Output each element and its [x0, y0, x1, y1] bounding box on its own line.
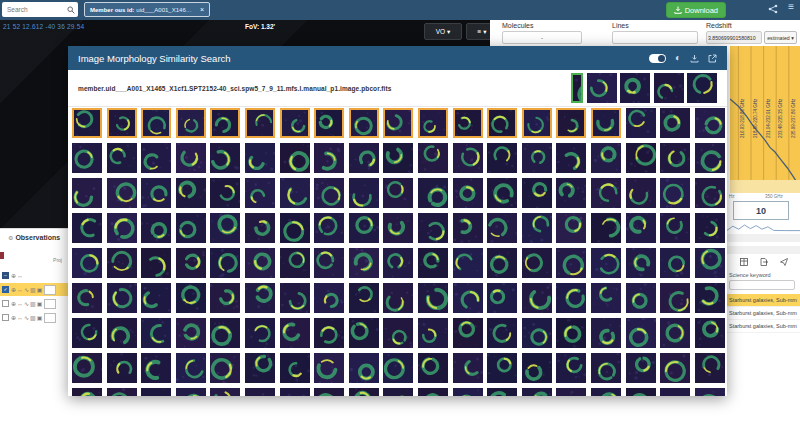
- similarity-thumbnail[interactable]: [280, 248, 310, 278]
- similarity-thumbnail[interactable]: [210, 283, 240, 313]
- similarity-thumbnail[interactable]: [556, 353, 586, 383]
- arrows-icon[interactable]: ↔: [17, 315, 23, 321]
- tab-member-ous[interactable]: Member ous id: uid___A001_X1465_X1c... ×: [84, 2, 210, 17]
- crosshair-icon[interactable]: ⊕: [11, 273, 16, 279]
- similarity-thumbnail[interactable]: [660, 248, 690, 278]
- similarity-thumbnail[interactable]: [349, 213, 379, 243]
- similarity-thumbnail[interactable]: [660, 178, 690, 208]
- similarity-thumbnail[interactable]: [556, 388, 586, 396]
- similarity-thumbnail[interactable]: [314, 143, 344, 173]
- similarity-thumbnail[interactable]: [695, 143, 725, 173]
- similarity-thumbnail[interactable]: [556, 178, 586, 208]
- similarity-thumbnail[interactable]: [72, 178, 102, 208]
- modal-download-icon[interactable]: [690, 54, 699, 63]
- close-icon[interactable]: ×: [200, 6, 204, 13]
- spectral-coverage-chart[interactable]: 216.93-218.80 GHz218.86-220.74 GHz231.04…: [730, 46, 800, 193]
- similarity-thumbnail[interactable]: [314, 178, 344, 208]
- chart-icon[interactable]: ▥: [30, 301, 36, 307]
- contrast-icon[interactable]: ◐: [675, 53, 681, 63]
- similarity-thumbnail[interactable]: [695, 213, 725, 243]
- similarity-thumbnail[interactable]: [349, 283, 379, 313]
- chart-icon[interactable]: ▥: [30, 287, 36, 293]
- similarity-thumbnail[interactable]: [626, 353, 656, 383]
- similarity-thumbnail[interactable]: [453, 388, 483, 396]
- similarity-thumbnail[interactable]: [626, 283, 656, 313]
- similarity-thumbnail[interactable]: [591, 353, 621, 383]
- layers-button[interactable]: ≡ ▾: [466, 23, 490, 40]
- similarity-thumbnail[interactable]: [487, 388, 517, 396]
- download-button[interactable]: Download: [666, 2, 726, 18]
- row-checkbox[interactable]: [2, 314, 9, 321]
- similarity-thumbnail[interactable]: [141, 213, 171, 243]
- molecules-input[interactable]: [502, 31, 582, 44]
- observation-row[interactable]: ⊕↔∿▥▣: [0, 297, 68, 310]
- similarity-thumbnail[interactable]: [245, 248, 275, 278]
- similarity-thumbnail[interactable]: [107, 388, 137, 396]
- similarity-thumbnail[interactable]: [210, 318, 240, 348]
- similarity-thumbnail[interactable]: [695, 318, 725, 348]
- matched-thumbnail[interactable]: [176, 108, 206, 138]
- similarity-thumbnail[interactable]: [453, 353, 483, 383]
- similarity-thumbnail[interactable]: [280, 178, 310, 208]
- matched-thumbnail[interactable]: [487, 108, 517, 138]
- similarity-thumbnail[interactable]: [141, 248, 171, 278]
- similarity-thumbnail[interactable]: [245, 213, 275, 243]
- similarity-thumbnail[interactable]: [210, 178, 240, 208]
- similarity-thumbnail[interactable]: [349, 353, 379, 383]
- similarity-thumbnail[interactable]: [107, 283, 137, 313]
- matched-thumbnail[interactable]: [418, 108, 448, 138]
- similarity-thumbnail[interactable]: [210, 143, 240, 173]
- similarity-thumbnail[interactable]: [107, 318, 137, 348]
- wave-icon[interactable]: ∿: [24, 287, 29, 293]
- matched-thumbnail[interactable]: [556, 108, 586, 138]
- science-keyword-row[interactable]: Starburst galaxies, Sub-mm: [727, 294, 800, 307]
- similarity-thumbnail[interactable]: [349, 248, 379, 278]
- similarity-thumbnail[interactable]: [280, 388, 310, 396]
- wave-icon[interactable]: ∿: [24, 315, 29, 321]
- similarity-thumbnail[interactable]: [418, 248, 448, 278]
- similarity-thumbnail[interactable]: [626, 213, 656, 243]
- wave-icon[interactable]: ∿: [24, 301, 29, 307]
- similarity-thumbnail[interactable]: [660, 143, 690, 173]
- similarity-thumbnail[interactable]: [245, 283, 275, 313]
- similarity-thumbnail[interactable]: [141, 353, 171, 383]
- row-checkbox[interactable]: ✓: [2, 286, 9, 293]
- redshift-input[interactable]: [706, 31, 762, 44]
- image-icon[interactable]: ▣: [37, 287, 43, 293]
- row-checkbox[interactable]: [2, 300, 9, 307]
- image-icon[interactable]: ▣: [37, 301, 43, 307]
- science-keyword-row[interactable]: Starburst galaxies, Sub-mm: [727, 320, 800, 333]
- tab-observations[interactable]: ⚙ Observations: [8, 234, 60, 241]
- similarity-thumbnail[interactable]: [626, 318, 656, 348]
- arrows-icon[interactable]: ↔: [17, 301, 23, 307]
- similarity-thumbnail[interactable]: [591, 318, 621, 348]
- matched-thumbnail[interactable]: [141, 108, 171, 138]
- similarity-thumbnail[interactable]: [418, 178, 448, 208]
- similarity-thumbnail[interactable]: [245, 143, 275, 173]
- similarity-thumbnail[interactable]: [654, 73, 684, 103]
- similarity-thumbnail[interactable]: [522, 353, 552, 383]
- similarity-thumbnail[interactable]: [522, 248, 552, 278]
- similarity-thumbnail[interactable]: [591, 283, 621, 313]
- similarity-thumbnail[interactable]: [556, 143, 586, 173]
- similarity-thumbnail[interactable]: [349, 178, 379, 208]
- zoom-inset-box[interactable]: 10: [733, 201, 789, 220]
- chart-icon[interactable]: ▥: [30, 315, 36, 321]
- similarity-thumbnail[interactable]: [556, 318, 586, 348]
- similarity-thumbnail[interactable]: [522, 178, 552, 208]
- similarity-thumbnail[interactable]: [522, 388, 552, 396]
- similarity-thumbnail[interactable]: [522, 213, 552, 243]
- similarity-thumbnail[interactable]: [72, 213, 102, 243]
- similarity-thumbnail[interactable]: [453, 178, 483, 208]
- similarity-thumbnail[interactable]: [176, 178, 206, 208]
- similarity-thumbnail[interactable]: [695, 283, 725, 313]
- similarity-thumbnail[interactable]: [72, 283, 102, 313]
- similarity-thumbnail[interactable]: [453, 213, 483, 243]
- similarity-thumbnail[interactable]: [383, 388, 413, 396]
- similarity-thumbnail[interactable]: [487, 143, 517, 173]
- similarity-thumbnail[interactable]: [210, 388, 240, 396]
- similarity-thumbnail[interactable]: [383, 248, 413, 278]
- matched-thumbnail[interactable]: [72, 108, 102, 138]
- matched-thumbnail[interactable]: [245, 108, 275, 138]
- similarity-thumbnail[interactable]: [687, 73, 717, 103]
